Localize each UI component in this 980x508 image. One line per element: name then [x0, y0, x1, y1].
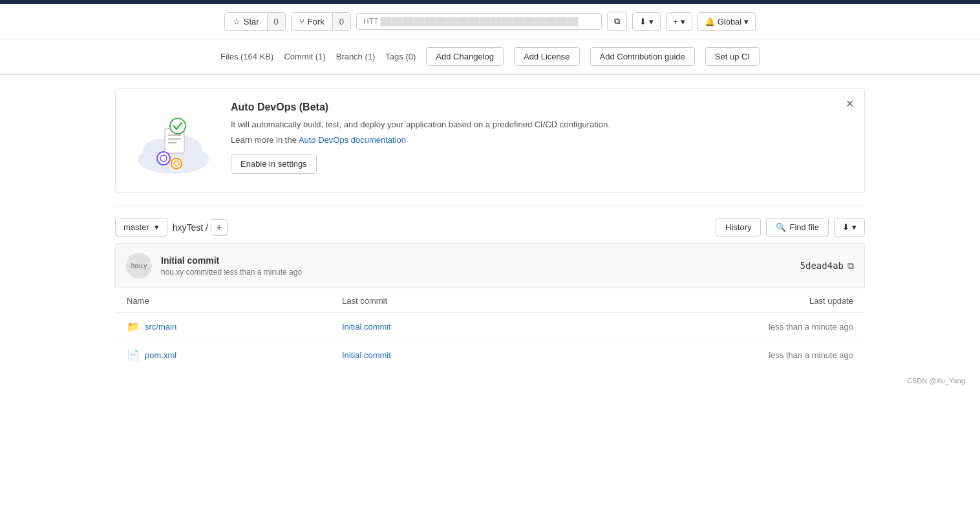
dropdown-icon: ▾ [649, 17, 654, 26]
path-text: hxyTest / [173, 222, 208, 233]
setup-ci-label: Set up CI [715, 52, 750, 61]
bell-icon: 🔔 [705, 17, 715, 26]
file-update: less than a minute ago [543, 341, 864, 370]
url-text: HTT ████████████████████████████████████ [363, 17, 579, 26]
branch-tab[interactable]: Branch (1) [336, 50, 376, 63]
history-label: History [725, 222, 751, 232]
file-commit-link[interactable]: Initial commit [342, 350, 391, 360]
file-icon: 📄 [127, 349, 140, 361]
svg-point-7 [170, 118, 186, 134]
add-changelog-label: Add Changelog [436, 52, 494, 61]
branch-selector[interactable]: master ▾ [115, 218, 167, 237]
add-license-button[interactable]: Add License [514, 47, 580, 66]
star-count: 0 [267, 13, 285, 30]
global-label: Global [718, 17, 742, 26]
notification-button[interactable]: 🔔 Global ▾ [698, 12, 756, 31]
copy-hash-button[interactable]: ⧉ [847, 260, 854, 271]
commit-details: Initial commit hou.xy committed less tha… [161, 255, 791, 277]
download-button[interactable]: ⬇ ▾ [632, 12, 661, 31]
commit-label: Commit (1) [284, 52, 325, 61]
global-dropdown-icon: ▾ [744, 17, 749, 26]
repo-download-icon: ⬇ [842, 222, 849, 232]
branch-name: master [123, 222, 149, 232]
commit-info: hou.y Initial commit hou.xy committed le… [115, 243, 865, 288]
file-link[interactable]: 📄 pom.xml [127, 349, 321, 361]
branch-chevron-icon: ▾ [154, 222, 159, 232]
enable-settings-button[interactable]: Enable in settings [231, 154, 317, 174]
table-row: 📁 src/main Initial commit less than a mi… [116, 313, 864, 341]
nav-tabs: Files (164 KB) Commit (1) Branch (1) Tag… [0, 39, 980, 74]
add-contribution-label: Add Contribution guide [600, 52, 685, 61]
fork-button[interactable]: ⑂ Fork [292, 13, 332, 30]
tags-label: Tags (0) [385, 52, 416, 61]
col-last-update: Last update [543, 289, 864, 313]
col-name: Name [116, 289, 332, 313]
url-bar: HTT ████████████████████████████████████ [356, 13, 602, 30]
add-license-label: Add License [524, 52, 570, 61]
svg-point-9 [160, 155, 167, 162]
file-link[interactable]: 📁 src/main [127, 321, 321, 333]
commit-time: committed less than a minute ago [186, 268, 302, 277]
add-button[interactable]: + ▾ [666, 12, 692, 31]
file-update: less than a minute ago [543, 313, 864, 341]
history-button[interactable]: History [716, 218, 761, 237]
plus-dropdown-icon: ▾ [681, 17, 685, 26]
repo-toolbar-left: master ▾ hxyTest / + [115, 218, 228, 237]
fork-label: Fork [308, 17, 325, 26]
repo-download-chevron-icon: ▾ [852, 222, 857, 232]
tags-tab[interactable]: Tags (0) [385, 50, 416, 63]
copy-icon: ⧉ [614, 16, 620, 26]
devops-description: It will automatically build, test, and d… [231, 118, 849, 131]
svg-point-11 [174, 161, 179, 166]
repo-toolbar-right: History 🔍 Find file ⬇ ▾ [716, 218, 865, 237]
fork-group: ⑂ Fork 0 [291, 12, 351, 31]
close-banner-button[interactable]: ✕ [846, 98, 854, 110]
files-label: Files (164 KB) [220, 52, 273, 61]
enable-label: Enable in settings [240, 159, 307, 169]
star-icon: ☆ [233, 17, 240, 26]
commit-hash-area: 5dead4ab ⧉ [800, 260, 854, 271]
file-name-text: pom.xml [145, 350, 176, 360]
file-commit-link[interactable]: Initial commit [342, 322, 391, 332]
file-icon: 📁 [127, 321, 140, 333]
table-row: 📄 pom.xml Initial commit less than a min… [116, 341, 864, 370]
add-changelog-button[interactable]: Add Changelog [426, 47, 504, 66]
fork-icon: ⑂ [299, 17, 304, 26]
avatar: hou.y [126, 253, 152, 279]
add-contribution-button[interactable]: Add Contribution guide [590, 47, 695, 66]
commit-meta: hou.xy committed less than a minute ago [161, 268, 791, 277]
setup-ci-button[interactable]: Set up CI [705, 47, 760, 66]
commit-tab[interactable]: Commit (1) [284, 50, 325, 63]
commit-author: hou.xy [161, 268, 184, 277]
devops-banner: Auto DevOps (Beta) It will automatically… [115, 88, 865, 193]
star-label: Star [244, 17, 259, 26]
devops-link[interactable]: Auto DevOps documentation [299, 135, 406, 145]
devops-title: Auto DevOps (Beta) [231, 101, 849, 113]
repo-path: hxyTest / + [173, 219, 228, 236]
col-last-commit: Last commit [332, 289, 543, 313]
file-table: Name Last commit Last update 📁 src/main … [115, 288, 865, 370]
fork-count: 0 [332, 13, 350, 30]
add-file-button[interactable]: + [211, 219, 228, 236]
download-icon: ⬇ [639, 17, 646, 26]
repo-download-button[interactable]: ⬇ ▾ [834, 218, 865, 237]
file-name-text: src/main [145, 322, 176, 332]
find-file-button[interactable]: 🔍 Find file [766, 218, 829, 237]
footer: CSDN @Xu_Yang. [0, 370, 980, 391]
copy-url-button[interactable]: ⧉ [607, 12, 627, 31]
devops-content: Auto DevOps (Beta) It will automatically… [231, 101, 849, 174]
commit-message: Initial commit [161, 255, 791, 266]
find-file-label: Find file [789, 222, 819, 232]
star-group: ☆ Star 0 [224, 12, 286, 31]
devops-learn: Learn more in the Auto DevOps documentat… [231, 135, 849, 145]
footer-credit-text: CSDN @Xu_Yang. [907, 377, 967, 385]
repo-toolbar: master ▾ hxyTest / + History 🔍 Find file… [115, 218, 865, 237]
plus-icon: + [673, 17, 678, 26]
toolbar: ☆ Star 0 ⑂ Fork 0 HTT ██████████████████… [0, 4, 980, 39]
star-button[interactable]: ☆ Star [225, 13, 267, 30]
files-tab[interactable]: Files (164 KB) [220, 50, 273, 63]
devops-illustration [131, 101, 215, 179]
commit-hash-text: 5dead4ab [800, 260, 844, 271]
branch-label: Branch (1) [336, 52, 376, 61]
search-icon: 🔍 [776, 222, 786, 232]
